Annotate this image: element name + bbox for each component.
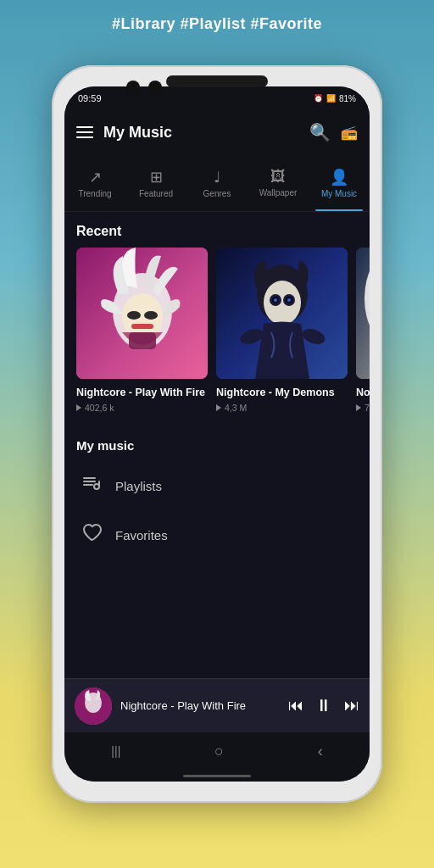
battery-indicator: 81% (339, 94, 356, 103)
music-card-1[interactable]: Nightcore - Play With Fire 402,6 k (76, 248, 208, 413)
header-hashtags: #Library #Playlist #Favorite (0, 15, 434, 33)
svg-point-14 (274, 298, 277, 302)
play-icon-1 (76, 404, 81, 411)
my-music-section: My music Playlists (64, 426, 370, 573)
player-thumb-art (75, 687, 112, 725)
camera-right (148, 81, 162, 94)
card-count-3: 7 (364, 403, 370, 413)
phone-screen: 09:59 ⏰ 📶 81% My Music 🔍 📻 ↗ Trending (64, 86, 370, 782)
status-time: 09:59 (78, 93, 102, 103)
card-title-2: Nightcore - My Demons (216, 386, 348, 399)
radio-icon[interactable]: 📻 (341, 125, 358, 141)
favorites-label: Favorites (115, 528, 168, 542)
card-meta-1: 402,6 k (76, 403, 208, 413)
music-card-3[interactable]: Nour Ghou... 7 (356, 248, 370, 413)
player-track-title: Nightcore - Play With Fire (120, 699, 280, 712)
trending-icon: ↗ (89, 168, 102, 186)
favorites-icon (81, 522, 102, 548)
play-icon-2 (216, 404, 221, 411)
card-art-3 (356, 248, 370, 379)
tab-genres[interactable]: ♩ Genres (186, 154, 248, 211)
card-thumb-1 (76, 248, 208, 379)
player-controls: ⏮ ⏸ ⏭ (288, 696, 359, 715)
wifi-icon: 📶 (326, 94, 336, 103)
camera-left (126, 81, 140, 94)
bottom-player: Nightcore - Play With Fire ⏮ ⏸ ⏭ (64, 678, 370, 732)
home-bar (183, 775, 251, 777)
player-thumbnail (75, 687, 112, 725)
app-title: My Music (103, 124, 299, 142)
home-nav-symbol: ○ (214, 743, 224, 760)
featured-label: Featured (139, 189, 173, 198)
playlists-item[interactable]: Playlists (64, 461, 370, 510)
music-card-2[interactable]: Nightcore - My Demons 4,3 M (216, 248, 348, 413)
genres-label: Genres (203, 189, 231, 198)
main-content: Recent (64, 212, 370, 678)
favorites-item[interactable]: Favorites (64, 510, 370, 559)
featured-icon: ⊞ (150, 168, 163, 186)
app-bar: My Music 🔍 📻 (64, 110, 370, 154)
back-nav-symbol: ||| (111, 744, 120, 758)
home-indicator (64, 770, 370, 782)
hamburger-line-2 (76, 131, 93, 133)
playlists-label: Playlists (115, 479, 162, 493)
home-nav-icon[interactable]: ○ (214, 743, 224, 760)
my-music-icon: 👤 (330, 168, 348, 186)
svg-rect-6 (129, 332, 156, 349)
tab-trending[interactable]: ↗ Trending (64, 154, 125, 211)
card-thumb-3 (356, 248, 370, 379)
svg-point-9 (264, 281, 301, 325)
nav-tabs: ↗ Trending ⊞ Featured ♩ Genres 🖼 Wallpap… (64, 154, 370, 212)
trending-label: Trending (78, 189, 111, 198)
phone-frame: 09:59 ⏰ 📶 81% My Music 🔍 📻 ↗ Trending (52, 65, 382, 803)
system-nav: ||| ○ ‹ (64, 732, 370, 770)
recent-section: Recent (64, 212, 370, 426)
card-title-1: Nightcore - Play With Fire (76, 386, 208, 399)
wallpaper-label: Wallpaper (259, 188, 298, 198)
card-count-2: 4,3 M (225, 403, 247, 413)
prev-button[interactable]: ⏮ (288, 697, 303, 715)
recents-nav-symbol: ‹ (318, 743, 323, 760)
tab-wallpaper[interactable]: 🖼 Wallpaper (248, 154, 309, 211)
card-art-2 (216, 248, 348, 379)
recent-title: Recent (64, 212, 370, 248)
hamburger-line-3 (76, 136, 93, 138)
phone-notch (166, 75, 268, 87)
play-icon-3 (356, 404, 361, 411)
svg-point-4 (144, 311, 158, 320)
pause-button[interactable]: ⏸ (315, 696, 332, 715)
alarm-icon: ⏰ (314, 94, 323, 103)
card-meta-2: 4,3 M (216, 403, 348, 413)
playlist-icon (81, 473, 102, 498)
tab-my-music[interactable]: 👤 My Music (309, 154, 370, 211)
status-icons: ⏰ 📶 81% (314, 94, 356, 103)
status-bar: 09:59 ⏰ 📶 81% (64, 86, 370, 110)
genres-icon: ♩ (214, 168, 220, 186)
tab-featured[interactable]: ⊞ Featured (125, 154, 186, 211)
card-count-1: 402,6 k (85, 403, 114, 413)
card-title-3: Nour Ghou... (356, 386, 370, 399)
my-music-heading: My music (64, 433, 370, 461)
my-music-label: My Music (321, 189, 357, 198)
svg-point-15 (287, 298, 291, 302)
recent-row: Nightcore - Play With Fire 402,6 k (64, 248, 370, 426)
hamburger-line-1 (76, 126, 93, 128)
wallpaper-icon: 🖼 (270, 168, 286, 186)
search-icon[interactable]: 🔍 (309, 122, 331, 142)
next-button[interactable]: ⏭ (344, 697, 359, 715)
card-meta-3: 7 (356, 403, 370, 413)
card-art-1 (76, 248, 208, 379)
svg-rect-5 (131, 324, 153, 329)
recents-nav-icon[interactable]: ‹ (318, 743, 323, 760)
card-thumb-2 (216, 248, 348, 379)
svg-point-3 (127, 311, 141, 320)
menu-icon[interactable] (76, 126, 93, 138)
back-nav-icon[interactable]: ||| (111, 744, 120, 758)
